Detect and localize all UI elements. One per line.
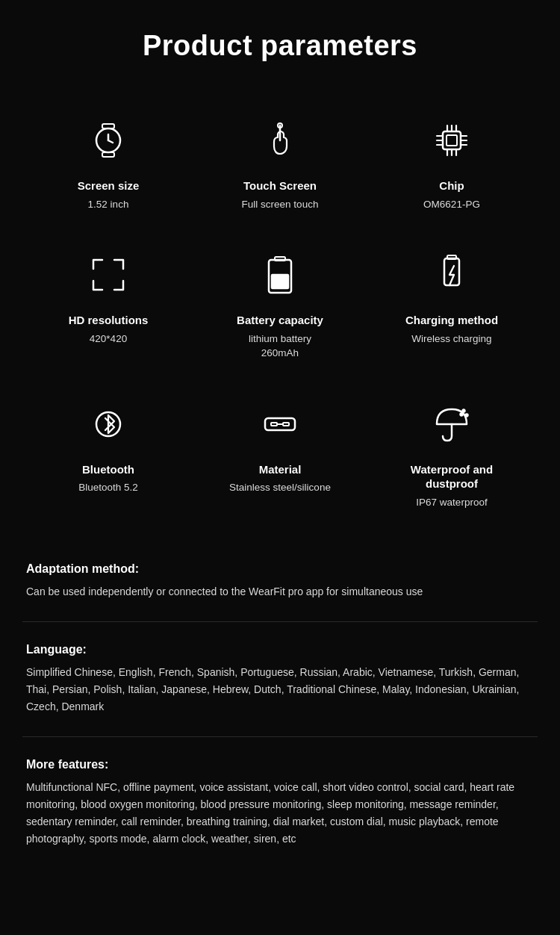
battery-label: Battery capacity <box>237 313 323 328</box>
svg-line-2 <box>108 140 113 143</box>
chip-label: Chip <box>439 178 464 193</box>
battery-value: lithium battery 260mAh <box>249 332 311 361</box>
svg-rect-4 <box>102 152 114 157</box>
features-body: Multifunctional NFC, offline payment, vo… <box>26 779 534 848</box>
chip-icon <box>426 114 478 167</box>
section-adaptation: Adaptation method: Can be used independe… <box>22 555 538 608</box>
touch-screen-value: Full screen touch <box>242 198 319 212</box>
language-title: Language: <box>26 643 534 656</box>
expand-icon <box>82 249 134 301</box>
svg-rect-22 <box>272 275 288 288</box>
hd-resolution-value: 420*420 <box>90 332 127 347</box>
svg-rect-24 <box>447 255 456 259</box>
waterproof-value: IP67 waterproof <box>416 496 487 510</box>
svg-rect-7 <box>447 135 457 146</box>
section-language: Language: Simplified Chinese, English, F… <box>22 636 538 723</box>
hd-resolution-label: HD resolutions <box>69 313 149 328</box>
grid-item-charging: Charging method Wireless charging <box>366 234 538 375</box>
divider-1 <box>22 621 538 622</box>
bluetooth-value: Bluetooth 5.2 <box>78 481 138 495</box>
divider-2 <box>22 736 538 737</box>
page: Product parameters Screen size 1.52 inch <box>0 0 560 900</box>
touch-screen-label: Touch Screen <box>243 178 317 193</box>
screen-size-label: Screen size <box>78 178 140 193</box>
bluetooth-icon <box>82 398 134 450</box>
svg-rect-6 <box>443 131 461 149</box>
grid-item-material: Material Stainless steel/silicone <box>194 383 366 525</box>
wireless-charge-icon <box>426 249 478 301</box>
grid-item-waterproof: Waterproof and dustproof IP67 waterproof <box>366 383 538 525</box>
grid-item-screen-size: Screen size 1.52 inch <box>22 99 194 226</box>
svg-point-31 <box>466 414 468 416</box>
material-value: Stainless steel/silicone <box>229 481 331 495</box>
grid-item-bluetooth: Bluetooth Bluetooth 5.2 <box>22 383 194 525</box>
features-title: More features: <box>26 758 534 771</box>
adaptation-body: Can be used independently or connected t… <box>26 583 534 600</box>
waterproof-label: Waterproof and dustproof <box>411 462 493 491</box>
screen-size-value: 1.52 inch <box>88 198 129 212</box>
svg-rect-3 <box>102 124 114 128</box>
bluetooth-label: Bluetooth <box>82 462 134 477</box>
adaptation-title: Adaptation method: <box>26 562 534 576</box>
grid-item-battery: Battery capacity lithium battery 260mAh <box>194 234 366 375</box>
grid-item-chip: Chip OM6621-PG <box>366 99 538 226</box>
svg-point-32 <box>461 413 463 415</box>
svg-rect-27 <box>271 423 277 426</box>
watch-icon <box>82 114 134 167</box>
strap-icon <box>254 398 306 450</box>
svg-point-30 <box>463 409 465 411</box>
chip-value: OM6621-PG <box>423 198 480 212</box>
material-label: Material <box>259 462 302 477</box>
svg-rect-21 <box>275 257 285 261</box>
charging-label: Charging method <box>405 313 498 328</box>
grid-item-touch-screen: Touch Screen Full screen touch <box>194 99 366 226</box>
feature-grid: Screen size 1.52 inch Touch Screen Full … <box>22 99 538 525</box>
battery-icon <box>254 249 306 301</box>
touch-icon <box>254 114 306 167</box>
umbrella-icon <box>426 398 478 450</box>
svg-rect-28 <box>283 423 289 426</box>
page-title: Product parameters <box>22 30 538 62</box>
charging-value: Wireless charging <box>411 332 491 347</box>
section-features: More features: Multifunctional NFC, offl… <box>22 751 538 855</box>
grid-item-hd-resolution: HD resolutions 420*420 <box>22 234 194 375</box>
language-body: Simplified Chinese, English, French, Spa… <box>26 664 534 715</box>
